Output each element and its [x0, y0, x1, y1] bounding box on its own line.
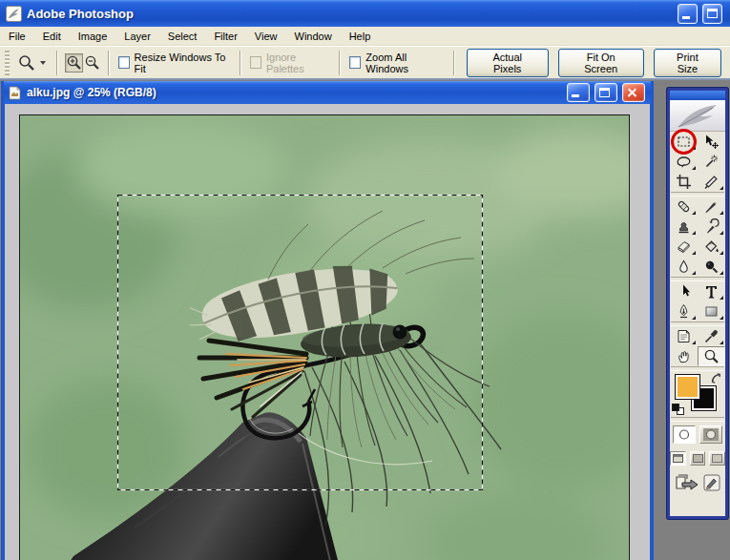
fullscreen-with-menu-button[interactable] — [690, 451, 706, 466]
photo-image[interactable] — [19, 114, 630, 560]
app-title: Adobe Photoshop — [27, 7, 678, 21]
menu-edit[interactable]: Edit — [34, 29, 70, 44]
app-maximize-button[interactable] — [702, 4, 722, 24]
menu-file[interactable]: File — [0, 29, 34, 44]
chevron-down-icon — [40, 61, 46, 65]
magic-wand-tool-button[interactable] — [698, 152, 725, 172]
eraser-tool-button[interactable] — [670, 237, 698, 257]
imageready-logo-icon[interactable] — [703, 474, 720, 491]
jump-to-imageready-row — [670, 469, 725, 495]
jump-to-imageready-icon[interactable] — [675, 473, 699, 492]
clone-stamp-tool-button[interactable] — [670, 217, 698, 237]
slice-tool-button[interactable] — [698, 172, 725, 192]
move-tool-button[interactable] — [698, 132, 725, 152]
healing-brush-tool-button[interactable] — [670, 197, 698, 217]
app-titlebar[interactable]: Adobe Photoshop — [0, 0, 730, 27]
standard-mode-button[interactable] — [673, 425, 696, 444]
print-size-button[interactable]: Print Size — [654, 49, 721, 77]
checkbox-label: Zoom All Windows — [365, 52, 444, 74]
menu-filter[interactable]: Filter — [205, 29, 245, 44]
toolbox-titlebar[interactable] — [670, 91, 725, 100]
path-selection-tool-button[interactable] — [670, 281, 698, 301]
zoom-in-icon — [66, 54, 82, 71]
separator — [339, 51, 341, 75]
type-tool-button[interactable] — [698, 281, 725, 301]
separator — [453, 51, 455, 75]
tool-grid — [670, 132, 725, 366]
separator — [56, 51, 58, 75]
brush-tool-button[interactable] — [698, 197, 725, 217]
options-bar-grip[interactable] — [5, 51, 10, 75]
photoshop-app-icon — [6, 6, 22, 22]
app-minimize-button[interactable] — [678, 4, 698, 24]
dodge-tool-button[interactable] — [698, 257, 725, 277]
color-swatches — [670, 371, 725, 417]
document-title: alku.jpg @ 25% (RGB/8) — [27, 86, 567, 99]
red-circle-annotation — [671, 129, 697, 155]
ignore-palettes-checkbox: Ignore Palettes — [250, 52, 330, 74]
separator — [108, 51, 110, 75]
default-colors-button[interactable] — [672, 404, 684, 415]
actual-pixels-button[interactable]: Actual Pixels — [467, 49, 549, 77]
swap-colors-icon[interactable] — [710, 372, 722, 384]
edit-mode-buttons — [670, 422, 725, 446]
eyedropper-tool-button[interactable] — [698, 326, 725, 346]
photoshop-feather-logo — [670, 100, 725, 132]
menu-view[interactable]: View — [246, 29, 286, 44]
crop-tool-button[interactable] — [670, 172, 698, 192]
fullscreen-mode-button[interactable] — [709, 451, 725, 466]
menu-window[interactable]: Window — [286, 29, 341, 44]
zoom-tool-icon — [17, 53, 35, 72]
rectangle-shape-tool-button[interactable] — [698, 301, 725, 321]
doc-minimize-button[interactable] — [567, 83, 590, 102]
zoom-in-button[interactable] — [65, 53, 83, 73]
zoom-tool-button[interactable] — [698, 346, 725, 366]
screen-mode-buttons — [670, 446, 725, 469]
toolbox-palette — [667, 88, 728, 519]
standard-screen-mode-button[interactable] — [670, 451, 686, 466]
tool-options-bar: Resize Windows To Fit Ignore Palettes Zo… — [0, 46, 730, 80]
doc-maximize-button[interactable] — [594, 83, 617, 102]
checkbox-label: Resize Windows To Fit — [135, 52, 231, 74]
foreground-color-swatch[interactable] — [675, 374, 700, 400]
zoom-out-icon — [84, 54, 100, 71]
document-icon — [8, 86, 22, 100]
menu-image[interactable]: Image — [70, 29, 116, 44]
checkbox-box[interactable] — [349, 56, 361, 69]
notes-tool-button[interactable] — [670, 326, 698, 346]
fit-on-screen-button[interactable]: Fit On Screen — [558, 49, 644, 77]
lasso-tool-button[interactable] — [670, 152, 698, 172]
checkbox-box — [250, 56, 261, 69]
zoom-out-button[interactable] — [83, 53, 101, 73]
quick-mask-mode-button[interactable] — [699, 425, 722, 444]
photo-scene — [20, 115, 630, 560]
resize-windows-checkbox[interactable]: Resize Windows To Fit — [118, 52, 231, 74]
zoom-all-windows-checkbox[interactable]: Zoom All Windows — [349, 52, 445, 74]
hand-tool-button[interactable] — [670, 346, 698, 366]
menu-bar: File Edit Image Layer Select Filter View… — [0, 27, 730, 46]
paint-bucket-tool-button[interactable] — [698, 237, 725, 257]
separator — [240, 51, 241, 75]
menu-select[interactable]: Select — [159, 29, 206, 44]
checkbox-label: Ignore Palettes — [266, 52, 330, 74]
tool-preset-picker[interactable] — [13, 52, 50, 73]
pen-tool-button[interactable] — [670, 301, 698, 321]
feather-icon — [675, 102, 720, 129]
blur-tool-button[interactable] — [670, 257, 698, 277]
doc-close-button[interactable] — [622, 83, 645, 102]
history-brush-tool-button[interactable] — [698, 217, 725, 237]
workspace: alku.jpg @ 25% (RGB/8) — [0, 80, 730, 560]
document-canvas-area — [5, 104, 650, 560]
document-titlebar[interactable]: alku.jpg @ 25% (RGB/8) — [4, 81, 651, 104]
menu-layer[interactable]: Layer — [115, 29, 159, 44]
checkbox-box[interactable] — [118, 56, 130, 69]
photoshop-app: Adobe Photoshop File Edit Image Layer Se… — [0, 0, 730, 560]
document-window: alku.jpg @ 25% (RGB/8) — [1, 81, 654, 560]
menu-help[interactable]: Help — [341, 29, 380, 44]
